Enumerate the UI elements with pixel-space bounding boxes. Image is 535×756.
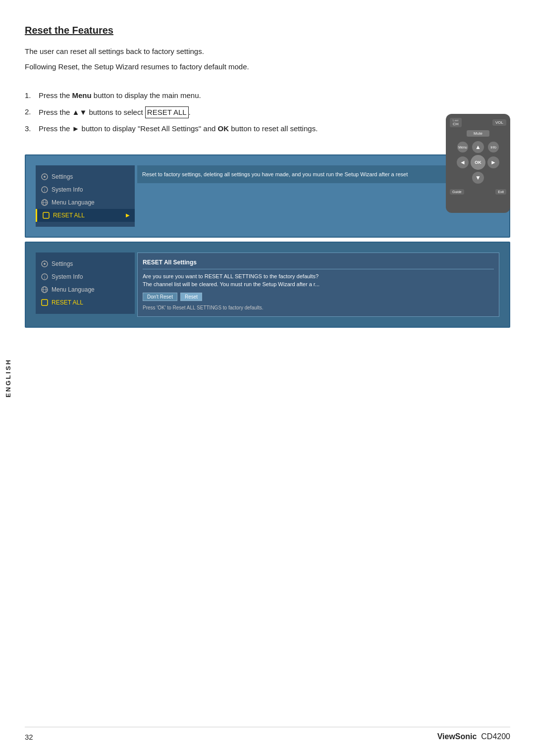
dialog-panel: RESET All Settings Are you sure you want… — [137, 252, 499, 317]
menu-item-sysinfo-2: i System Info — [36, 270, 135, 283]
menu-item-settings-2: Settings — [36, 257, 135, 270]
screenshot-1: Settings i System Info Menu Language — [25, 154, 510, 238]
up-arrow-button[interactable]: ▲ — [472, 141, 484, 153]
reset-button[interactable]: Reset — [180, 293, 202, 301]
menu-item-reset-2: RESET ALL — [36, 296, 135, 309]
settings-icon-1 — [41, 173, 49, 181]
exit-button[interactable]: Exit — [495, 189, 506, 195]
dialog-title: RESET All Settings — [143, 258, 494, 269]
menu-label-sysinfo-2: System Info — [52, 273, 130, 280]
instruction-text-3: Press the ► button to display "Reset All… — [39, 123, 318, 135]
screenshot-2: Settings i System Info Menu Language — [25, 242, 510, 328]
info-panel-1: Reset to factory settings, deleting all … — [137, 165, 499, 184]
menu-label-language-1: Menu Language — [52, 199, 130, 206]
right-arrow-button[interactable]: ► — [487, 156, 499, 168]
reset-icon-1 — [42, 211, 50, 219]
intro-paragraph-2: Following Reset, the Setup Wizard resume… — [25, 61, 510, 73]
menu-label-language-2: Menu Language — [52, 286, 130, 293]
vol-label: VOL — [495, 120, 503, 125]
svg-point-9 — [44, 263, 46, 265]
page-footer: 32 ViewSonic CD4200 — [25, 727, 510, 741]
mute-button[interactable]: Mute — [467, 130, 489, 137]
instructions-list: 1. Press the Menu button to display the … — [25, 90, 510, 140]
ch-button[interactable]: Last CH — [450, 118, 462, 127]
instruction-text-1: Press the Menu button to display the mai… — [39, 90, 201, 101]
ch-label: CH — [453, 122, 459, 126]
reset-icon-2 — [41, 299, 49, 306]
info-icon-1: i — [41, 186, 49, 194]
menu-item-settings-1: Settings — [36, 170, 135, 183]
instruction-num-1: 1. — [25, 90, 39, 101]
instruction-item-1: 1. Press the Menu button to display the … — [25, 90, 510, 101]
down-arrow-button[interactable]: ▼ — [472, 172, 484, 184]
language-label: ENGLISH — [4, 358, 12, 398]
instruction-text-2: Press the ▲▼ buttons to select RESET ALL… — [39, 106, 191, 119]
globe-icon-2 — [41, 286, 49, 294]
remote-body: Last CH VOL Mute Menu ▲ — [446, 114, 510, 213]
footer-brand: ViewSonic CD4200 — [437, 732, 510, 741]
menu-button[interactable]: Menu — [457, 142, 468, 152]
info-text-1: Reset to factory settings, deleting all … — [142, 171, 408, 177]
svg-rect-7 — [43, 212, 49, 218]
language-sidebar: ENGLISH — [0, 0, 16, 756]
instruction-item-2: 2. Press the ▲▼ buttons to select RESET … — [25, 106, 510, 119]
page-title: Reset the Features — [25, 25, 510, 36]
instruction-item-3: 3. Press the ► button to display "Reset … — [25, 123, 510, 135]
vol-button[interactable]: VOL — [492, 119, 506, 126]
menu-item-reset-1: RESET ALL ▶ — [36, 209, 135, 222]
intro-paragraph-1: The user can reset all settings back to … — [25, 46, 510, 57]
mute-label: Mute — [474, 131, 482, 136]
menu-item-language-1: Menu Language — [36, 196, 135, 209]
main-content: Reset the Features The user can reset al… — [25, 25, 510, 731]
arrow-icon-1: ▶ — [126, 212, 130, 218]
info-button[interactable]: Info — [488, 142, 499, 152]
remote-control: Last CH VOL Mute Menu ▲ — [446, 114, 510, 213]
instruction-num-3: 3. — [25, 123, 39, 135]
reset-all-label: RESET ALL — [145, 106, 189, 119]
left-arrow-button[interactable]: ◄ — [457, 156, 469, 168]
dialog-footer: Press 'OK' to Reset ALL SETTINGS to fact… — [143, 304, 494, 311]
settings-icon-2 — [41, 260, 49, 268]
menu-item-language-2: Menu Language — [36, 283, 135, 296]
dialog-body: Are you sure you want to RESET ALL SETTI… — [143, 272, 494, 289]
svg-text:i: i — [44, 188, 45, 193]
brand-name: ViewSonic — [437, 732, 477, 741]
menu-panel-2: Settings i System Info Menu Language — [36, 252, 135, 314]
menu-label-settings-2: Settings — [52, 260, 130, 267]
menu-panel-1: Settings i System Info Menu Language — [36, 165, 135, 227]
menu-item-sysinfo-1: i System Info — [36, 183, 135, 196]
dialog-buttons: Don't Reset Reset — [143, 293, 494, 301]
svg-rect-15 — [42, 300, 48, 305]
menu-label-sysinfo-1: System Info — [52, 186, 130, 193]
svg-point-1 — [44, 176, 46, 178]
menu-label-settings-1: Settings — [52, 173, 130, 180]
page-number: 32 — [25, 733, 33, 741]
screenshots-area: Settings i System Info Menu Language — [25, 154, 510, 328]
instruction-num-2: 2. — [25, 106, 39, 118]
menu-label-reset-2: RESET ALL — [52, 299, 130, 306]
menu-label-reset-1: RESET ALL — [53, 212, 123, 219]
globe-icon-1 — [41, 199, 49, 206]
dont-reset-button[interactable]: Don't Reset — [143, 293, 177, 301]
model-name: CD4200 — [481, 732, 510, 741]
ok-button[interactable]: OK — [471, 155, 485, 170]
svg-text:i: i — [44, 275, 45, 280]
guide-button[interactable]: Guide — [450, 189, 464, 195]
info-icon-2: i — [41, 273, 49, 281]
